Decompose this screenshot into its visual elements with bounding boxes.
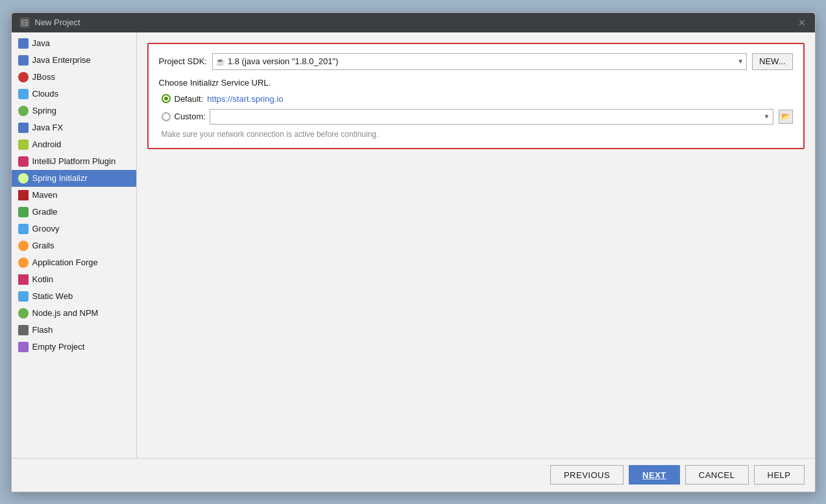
sidebar-item-nodejs[interactable]: Node.js and NPM — [12, 305, 136, 322]
custom-browse-button[interactable]: 📂 — [779, 110, 793, 124]
clouds-icon — [18, 89, 29, 99]
svg-rect-1 — [23, 21, 27, 22]
sidebar-item-maven[interactable]: Maven — [12, 187, 136, 204]
sidebar-item-label-clouds: Clouds — [32, 89, 58, 99]
sidebar-item-grails[interactable]: Grails — [12, 237, 136, 254]
intellij-icon — [18, 156, 29, 167]
sidebar-item-flash[interactable]: Flash — [12, 322, 136, 339]
close-button[interactable]: ✕ — [797, 18, 807, 28]
default-radio-row: Default: https://start.spring.io — [159, 94, 793, 104]
jboss-icon — [18, 72, 29, 82]
sidebar-item-label-android: Android — [32, 139, 62, 149]
kotlin-icon — [18, 274, 29, 285]
java-enterprise-icon — [18, 55, 29, 66]
sdk-dropdown-arrow-icon: ▼ — [737, 58, 744, 65]
dialog-body: JavaJava EnterpriseJBossCloudsSpringJava… — [12, 32, 815, 458]
custom-radio[interactable] — [162, 112, 171, 121]
next-button-label: NEXT — [642, 470, 666, 480]
sidebar-item-label-java-enterprise: Java Enterprise — [32, 55, 91, 65]
sidebar-item-label-spring-initializr: Spring Initializr — [32, 173, 88, 183]
help-button[interactable]: HELP — [754, 465, 805, 485]
javafx-icon — [18, 123, 29, 133]
default-url-link[interactable]: https://start.spring.io — [207, 94, 283, 104]
choose-url-label: Choose Initializr Service URL. — [159, 78, 793, 88]
java-icon — [18, 38, 29, 49]
svg-rect-2 — [23, 23, 27, 25]
sidebar-item-label-nodejs: Node.js and NPM — [32, 308, 99, 318]
gradle-icon — [18, 207, 29, 217]
groovy-icon — [18, 224, 29, 234]
sdk-row: Project SDK: ☕ 1.8 (java version "1.8.0_… — [159, 53, 793, 70]
sidebar-item-intellij[interactable]: IntelliJ Platform Plugin — [12, 153, 136, 170]
default-radio-label: Default: — [175, 94, 204, 104]
sidebar-item-jboss[interactable]: JBoss — [12, 69, 136, 86]
sdk-icon: ☕ — [215, 57, 225, 66]
help-button-label: HELP — [768, 470, 791, 480]
content-area: Project SDK: ☕ 1.8 (java version "1.8.0_… — [137, 32, 815, 458]
previous-button[interactable]: PREVIOUS — [550, 465, 624, 485]
cancel-button[interactable]: CANCEL — [685, 465, 749, 485]
title-bar: New Project ✕ — [12, 13, 815, 32]
sidebar-item-label-flash: Flash — [32, 325, 53, 335]
default-radio[interactable] — [162, 94, 171, 103]
sidebar-item-label-gradle: Gradle — [32, 207, 58, 217]
sidebar-item-label-kotlin: Kotlin — [32, 274, 54, 284]
sidebar-item-spring-initializr[interactable]: Spring Initializr — [12, 170, 136, 187]
sidebar-item-android[interactable]: Android — [12, 136, 136, 153]
sidebar-item-gradle[interactable]: Gradle — [12, 204, 136, 221]
sidebar-item-javafx[interactable]: Java FX — [12, 119, 136, 136]
grails-icon — [18, 241, 29, 251]
dialog-title: New Project — [35, 18, 80, 27]
spring-initializr-panel: Project SDK: ☕ 1.8 (java version "1.8.0_… — [147, 43, 805, 149]
android-icon — [18, 139, 29, 150]
sidebar-item-label-empty-project: Empty Project — [32, 342, 85, 352]
dialog-icon — [19, 18, 30, 28]
sidebar-item-label-application-forge: Application Forge — [32, 258, 98, 267]
previous-button-label: PREVIOUS — [564, 470, 610, 480]
sidebar-item-label-groovy: Groovy — [32, 224, 60, 234]
sidebar-item-label-static-web: Static Web — [32, 291, 73, 301]
custom-url-arrow-icon[interactable]: ▼ — [764, 113, 770, 120]
new-project-dialog: New Project ✕ JavaJava EnterpriseJBossCl… — [11, 12, 816, 492]
sidebar-item-label-javafx: Java FX — [32, 123, 64, 132]
static-web-icon — [18, 291, 29, 302]
new-sdk-button[interactable]: NEW... — [752, 53, 792, 70]
cancel-button-label: CANCEL — [699, 470, 735, 480]
sidebar-item-java-enterprise[interactable]: Java Enterprise — [12, 52, 136, 69]
project-type-sidebar: JavaJava EnterpriseJBossCloudsSpringJava… — [12, 32, 137, 458]
dialog-footer: PREVIOUS NEXT CANCEL HELP — [12, 458, 815, 492]
sidebar-item-spring[interactable]: Spring — [12, 102, 136, 119]
title-bar-left: New Project — [19, 18, 80, 28]
sidebar-item-label-intellij: IntelliJ Platform Plugin — [32, 156, 116, 166]
sidebar-item-label-java: Java — [32, 38, 50, 48]
sidebar-item-label-maven: Maven — [32, 190, 58, 200]
sidebar-item-clouds[interactable]: Clouds — [12, 86, 136, 102]
custom-url-input[interactable] — [213, 112, 764, 121]
maven-icon — [18, 190, 29, 200]
sidebar-item-static-web[interactable]: Static Web — [12, 288, 136, 305]
application-forge-icon — [18, 258, 29, 268]
flash-icon — [18, 325, 29, 335]
sidebar-item-java[interactable]: Java — [12, 35, 136, 52]
sdk-dropdown[interactable]: ☕ 1.8 (java version "1.8.0_201") ▼ — [212, 53, 747, 70]
sidebar-item-label-grails: Grails — [32, 241, 55, 250]
sidebar-item-kotlin[interactable]: Kotlin — [12, 271, 136, 288]
spring-initializr-icon — [18, 173, 29, 184]
svg-rect-0 — [21, 19, 28, 26]
sidebar-item-empty-project[interactable]: Empty Project — [12, 339, 136, 355]
next-button[interactable]: NEXT — [629, 465, 680, 485]
nodejs-icon — [18, 308, 29, 318]
folder-icon: 📂 — [781, 112, 790, 121]
sidebar-item-groovy[interactable]: Groovy — [12, 221, 136, 237]
custom-radio-label: Custom: — [175, 112, 206, 121]
sidebar-item-label-jboss: JBoss — [32, 72, 55, 82]
empty-project-icon — [18, 342, 29, 352]
custom-radio-row: Custom: ▼ 📂 — [159, 109, 793, 125]
custom-url-dropdown[interactable]: ▼ — [210, 109, 773, 125]
sdk-label: Project SDK: — [159, 56, 207, 66]
sidebar-item-label-spring: Spring — [32, 106, 57, 115]
sidebar-item-application-forge[interactable]: Application Forge — [12, 254, 136, 271]
hint-text: Make sure your network connection is act… — [159, 130, 793, 139]
sdk-value: 1.8 (java version "1.8.0_201") — [228, 56, 735, 66]
spring-icon — [18, 106, 29, 116]
